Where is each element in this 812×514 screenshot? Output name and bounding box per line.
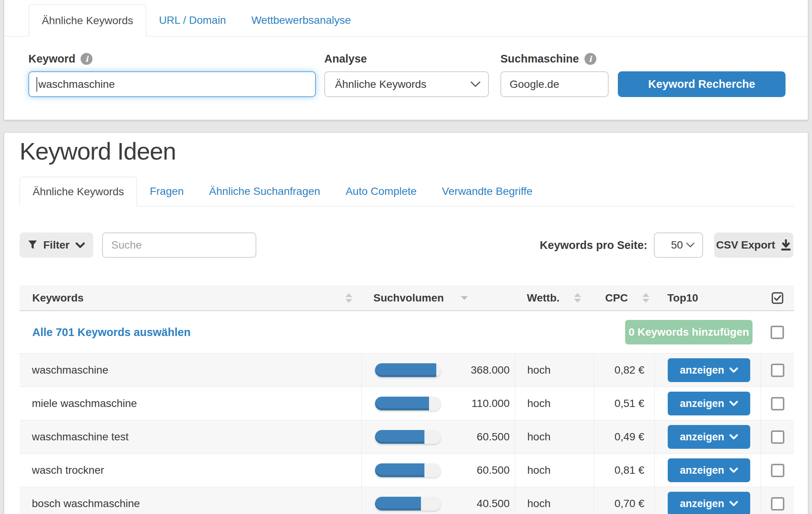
top10-cell: anzeigen: [654, 487, 761, 514]
row-checkbox-cell: [761, 387, 794, 420]
tab-label: Auto Complete: [345, 185, 416, 198]
per-page-label: Keywords pro Seite:: [540, 239, 647, 252]
anzeigen-button[interactable]: anzeigen: [668, 392, 750, 415]
anzeigen-button[interactable]: anzeigen: [668, 358, 750, 382]
chevron-down-icon: [729, 401, 738, 406]
table-row: bosch waschmaschine 40.500 hoch 0,70 € a…: [20, 487, 794, 514]
tab-label: Ähnliche Keywords: [42, 15, 133, 27]
tab-wettbewerbsanalyse[interactable]: Wettbewerbsanalyse: [239, 4, 363, 36]
check-square-icon: [771, 292, 784, 305]
row-checkbox[interactable]: [771, 430, 784, 444]
volume-value: 60.500: [441, 431, 515, 443]
row-checkbox-cell: [761, 487, 794, 514]
keyword-input[interactable]: [28, 71, 316, 97]
table-row: miele waschmaschine 110.000 hoch 0,51 € …: [20, 387, 794, 420]
search-form-card: Ähnliche Keywords URL / Domain Wettbewer…: [4, 0, 808, 120]
volume-bar: [375, 463, 441, 477]
text-caret: [36, 77, 37, 92]
cpc-cell: 0,51 €: [594, 387, 654, 420]
chevron-down-icon: [76, 242, 85, 248]
tab-label: Ähnliche Keywords: [33, 186, 124, 198]
sort-desc-icon: [461, 296, 468, 300]
header-wettb[interactable]: Wettb.: [515, 285, 594, 310]
ideas-tab-aehnliche-keywords[interactable]: Ähnliche Keywords: [20, 177, 137, 206]
wettb-cell: hoch: [515, 420, 594, 453]
anzeigen-button[interactable]: anzeigen: [668, 458, 750, 482]
chevron-down-icon: [729, 434, 738, 440]
keyword-recherche-button[interactable]: Keyword Recherche: [618, 71, 786, 97]
wettb-cell: hoch: [515, 354, 594, 387]
tab-label: URL / Domain: [159, 14, 226, 26]
table-header-row: Keywords Suchvolumen Wettb. CPC: [20, 285, 794, 311]
table-row: waschmaschine 368.000 hoch 0,82 € anzeig…: [20, 353, 794, 387]
tab-aehnliche-keywords[interactable]: Ähnliche Keywords: [29, 4, 146, 36]
download-icon: [781, 239, 791, 251]
tab-label: Fragen: [150, 185, 184, 198]
chevron-down-icon: [729, 367, 738, 373]
suchmaschine-input[interactable]: [500, 71, 609, 97]
wettb-cell: hoch: [515, 387, 594, 420]
sort-icon: [642, 293, 649, 303]
volume-bar: [375, 397, 441, 410]
search-input[interactable]: [102, 232, 256, 258]
header-select-all[interactable]: [761, 285, 794, 310]
header-cpc[interactable]: CPC: [594, 285, 654, 310]
sort-icon: [574, 293, 581, 303]
header-top10: Top10: [654, 285, 761, 310]
header-keywords[interactable]: Keywords: [20, 285, 361, 310]
volume-cell: 60.500: [361, 420, 515, 453]
cpc-cell: 0,81 €: [594, 454, 654, 487]
volume-cell: 60.500: [361, 454, 515, 487]
row-checkbox-cell: [761, 420, 794, 453]
row-checkbox[interactable]: [771, 464, 784, 477]
row-checkbox[interactable]: [771, 364, 784, 377]
analyse-select[interactable]: Ähnliche Keywords: [324, 71, 489, 97]
suchmaschine-label: Suchmaschine i: [500, 53, 596, 65]
chevron-down-icon: [470, 81, 480, 87]
table-row: wasch trockner 60.500 hoch 0,81 € anzeig…: [20, 453, 794, 487]
keyword-cell: waschmaschine: [20, 354, 361, 387]
filter-button[interactable]: Filter: [20, 232, 93, 258]
anzeigen-button[interactable]: anzeigen: [668, 425, 750, 449]
page-title: Keyword Ideen: [20, 137, 176, 165]
ideas-tab-auto-complete[interactable]: Auto Complete: [333, 177, 429, 206]
row-checkbox[interactable]: [771, 497, 784, 511]
chevron-down-icon: [729, 468, 738, 473]
anzeigen-button[interactable]: anzeigen: [668, 492, 750, 514]
select-all-row: Alle 701 Keywords auswählen 0 Keywords h…: [20, 311, 794, 353]
header-suchvolumen[interactable]: Suchvolumen: [361, 285, 515, 310]
table-tools: Keywords pro Seite: 50 CSV Export: [540, 232, 793, 258]
per-page-select[interactable]: 50: [654, 232, 703, 258]
info-icon[interactable]: i: [81, 53, 92, 65]
volume-cell: 368.000: [361, 354, 515, 387]
chevron-down-icon: [686, 242, 695, 248]
top10-cell: anzeigen: [654, 354, 761, 387]
table-row: waschmaschine test 60.500 hoch 0,49 € an…: [20, 420, 794, 453]
keyword-label: Keyword i: [28, 53, 92, 65]
volume-bar: [375, 497, 441, 511]
ideas-tab-fragen[interactable]: Fragen: [137, 177, 196, 206]
volume-bar: [375, 430, 441, 444]
ideas-tab-bar: Ähnliche Keywords Fragen Ähnliche Suchan…: [20, 177, 794, 206]
select-all-link[interactable]: Alle 701 Keywords auswählen: [32, 326, 191, 339]
row-checkbox[interactable]: [771, 397, 784, 410]
info-icon[interactable]: i: [584, 53, 596, 65]
tab-url-domain[interactable]: URL / Domain: [146, 4, 239, 36]
row-checkbox-cell: [761, 454, 794, 487]
csv-export-button[interactable]: CSV Export: [714, 232, 793, 258]
cpc-cell: 0,49 €: [594, 420, 654, 453]
select-all-checkbox[interactable]: [771, 326, 784, 339]
ideas-tab-aehnliche-suchanfragen[interactable]: Ähnliche Suchanfragen: [196, 177, 333, 206]
ideas-tab-verwandte-begriffe[interactable]: Verwandte Begriffe: [429, 177, 545, 206]
sort-icon: [345, 293, 352, 303]
volume-bar: [375, 363, 441, 377]
keyword-field-wrap: [28, 71, 316, 97]
tab-label: Ähnliche Suchanfragen: [209, 185, 320, 198]
keyword-cell: wasch trockner: [20, 454, 361, 487]
top10-cell: anzeigen: [654, 387, 761, 420]
analyse-selected-value: Ähnliche Keywords: [335, 78, 426, 91]
cpc-cell: 0,70 €: [594, 487, 654, 514]
add-keywords-button[interactable]: 0 Keywords hinzufügen: [625, 320, 753, 344]
chevron-down-icon: [729, 501, 738, 506]
volume-cell: 110.000: [361, 387, 515, 420]
